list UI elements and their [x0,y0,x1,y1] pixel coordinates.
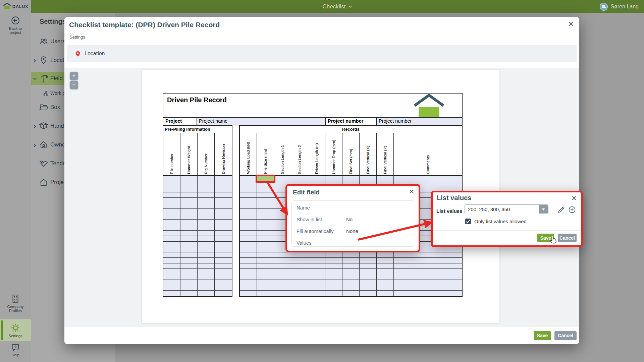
table-cell[interactable] [360,263,377,269]
table-cell[interactable] [377,280,394,285]
table-cell[interactable] [308,274,325,280]
table-cell[interactable] [394,263,462,269]
table-cell[interactable] [163,258,180,263]
table-cell[interactable] [394,291,462,296]
table-cell[interactable] [240,214,257,220]
table-cell[interactable] [291,176,308,181]
table-cell[interactable] [257,263,274,269]
help-button[interactable]: ? Help [0,343,31,357]
table-cell[interactable] [274,269,291,274]
table-cell[interactable] [325,285,342,291]
modal-cancel-button[interactable]: Cancel [554,331,577,340]
highlighted-cell[interactable] [257,176,274,181]
table-cell[interactable] [342,258,360,263]
table-cell[interactable] [274,274,291,280]
table-cell[interactable] [377,285,394,291]
table-cell[interactable] [308,258,325,263]
table-cell[interactable] [215,236,232,241]
table-cell[interactable] [180,258,198,263]
table-cell[interactable] [377,258,394,263]
close-icon[interactable]: × [568,18,574,30]
table-cell[interactable] [215,285,232,291]
project-number-value-cell[interactable]: Project number [377,118,462,125]
table-cell[interactable] [257,220,274,225]
table-cell[interactable] [360,274,377,280]
table-cell[interactable] [360,269,377,274]
table-cell[interactable] [215,269,232,274]
table-cell[interactable] [274,263,291,269]
table-cell[interactable] [377,291,394,296]
table-cell[interactable] [215,192,232,198]
table-cell[interactable] [215,247,232,252]
table-cell[interactable] [163,285,180,291]
table-cell[interactable] [180,209,198,214]
table-cell[interactable] [198,198,215,203]
zoom-out-button[interactable]: − [70,81,78,89]
table-cell[interactable] [163,269,180,274]
table-cell[interactable] [198,285,215,291]
list-values-save-button[interactable]: Save [537,234,554,242]
table-cell[interactable] [291,252,308,258]
table-cell[interactable] [198,247,215,252]
company-profiles-button[interactable]: Company Profiles [0,294,31,313]
table-cell[interactable] [257,236,274,241]
table-cell[interactable] [215,176,232,181]
table-cell[interactable] [163,209,180,214]
table-cell[interactable] [215,209,232,214]
table-cell[interactable] [163,198,180,203]
table-cell[interactable] [180,176,198,181]
table-cell[interactable] [198,181,215,187]
project-value-cell[interactable]: Project name [197,118,326,125]
edit-field-row-name[interactable]: Name [292,202,414,214]
table-cell[interactable] [257,187,274,192]
table-cell[interactable] [291,269,308,274]
table-cell[interactable] [198,291,215,296]
table-cell[interactable] [163,225,180,231]
table-cell[interactable] [257,269,274,274]
table-cell[interactable] [394,274,462,280]
table-cell[interactable] [342,285,360,291]
table-cell[interactable] [308,269,325,274]
table-cell[interactable] [215,198,232,203]
table-cell[interactable] [394,258,462,263]
table-cell[interactable] [198,214,215,220]
table-cell[interactable] [274,280,291,285]
table-cell[interactable] [257,247,274,252]
add-plus-icon[interactable] [568,206,576,214]
table-cell[interactable] [377,274,394,280]
table-cell[interactable] [180,263,198,269]
table-cell[interactable] [257,291,274,296]
table-cell[interactable] [198,263,215,269]
table-cell[interactable] [240,280,257,285]
table-cell[interactable] [377,176,394,181]
back-to-project-button[interactable]: Back to project [0,15,31,35]
table-cell[interactable] [198,176,215,181]
edit-pencil-icon[interactable] [557,206,565,214]
table-cell[interactable] [198,192,215,198]
table-cell[interactable] [257,192,274,198]
table-cell[interactable] [342,176,360,181]
table-cell[interactable] [257,258,274,263]
table-cell[interactable] [308,263,325,269]
table-cell[interactable] [163,214,180,220]
table-cell[interactable] [342,274,360,280]
table-cell[interactable] [215,181,232,187]
table-cell[interactable] [342,263,360,269]
table-cell[interactable] [240,269,257,274]
table-cell[interactable] [257,214,274,220]
table-cell[interactable] [215,231,232,236]
table-cell[interactable] [325,263,342,269]
table-cell[interactable] [198,280,215,285]
table-cell[interactable] [360,258,377,263]
table-cell[interactable] [240,263,257,269]
list-values-cancel-button[interactable]: Cancel [558,234,577,242]
table-cell[interactable] [377,263,394,269]
table-cell[interactable] [215,242,232,247]
table-cell[interactable] [274,176,291,181]
table-cell[interactable] [163,252,180,258]
table-cell[interactable] [274,258,291,263]
table-cell[interactable] [325,252,342,258]
table-cell[interactable] [215,187,232,192]
table-cell[interactable] [180,220,198,225]
table-cell[interactable] [198,236,215,241]
